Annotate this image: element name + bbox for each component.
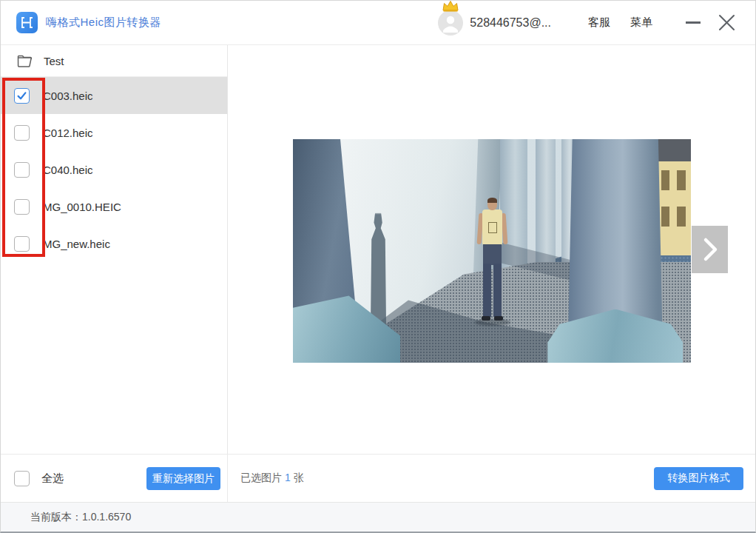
app-title: 嗨格式Heic图片转换器 (46, 16, 161, 30)
selected-count-number: 1 (285, 472, 291, 483)
file-checkbox[interactable] (14, 125, 30, 141)
menu-button[interactable]: 菜单 (630, 16, 652, 30)
close-icon (718, 14, 735, 31)
app-window: 嗨格式Heic图片转换器 528446753@... 客服 菜单 (0, 0, 756, 533)
file-row[interactable]: MG_0010.HEIC (1, 188, 227, 225)
chevron-right-icon (701, 237, 719, 262)
photo-art-person-ground-shadow (475, 319, 510, 326)
folder-header[interactable]: Test (1, 45, 227, 77)
file-checkbox[interactable] (14, 162, 30, 178)
file-name: MG_0010.HEIC (43, 201, 121, 213)
photo-art-person (473, 198, 512, 326)
checkmark-icon (16, 90, 27, 101)
select-all-checkbox[interactable] (14, 471, 30, 486)
selected-count-prefix: 已选图片 (240, 472, 282, 483)
photo-art-window (661, 170, 670, 190)
file-list-panel: Test C003.heic C012.heic C040.heic MG_00… (1, 45, 228, 454)
photo-art-person-hair (487, 198, 497, 203)
version-text: 当前版本：1.0.1.6570 (30, 511, 131, 524)
file-name: C012.heic (43, 127, 93, 139)
reselect-images-button[interactable]: 重新选择图片 (146, 467, 220, 490)
convert-format-button[interactable]: 转换图片格式 (654, 467, 743, 490)
h-glyph-icon (21, 16, 33, 29)
file-name: MG_new.heic (43, 238, 110, 250)
status-bar: 当前版本：1.0.1.6570 (1, 502, 755, 532)
file-checkbox[interactable] (14, 199, 30, 215)
file-checkbox[interactable] (14, 236, 30, 252)
file-row[interactable]: C040.heic (1, 151, 227, 188)
user-avatar[interactable] (438, 10, 463, 36)
app-logo-icon (16, 12, 38, 33)
customer-service-button[interactable]: 客服 (588, 16, 610, 30)
file-row[interactable]: C003.heic (1, 77, 227, 114)
photo-art-window (661, 207, 670, 227)
file-row[interactable]: C012.heic (1, 114, 227, 151)
account-section[interactable]: 528446753@... (438, 10, 551, 36)
account-email[interactable]: 528446753@... (470, 16, 551, 30)
photo-art-person-shoe (494, 316, 503, 321)
select-all-label: 全选 (41, 472, 64, 486)
photo-art-person-leg (493, 264, 502, 317)
minimize-button[interactable] (684, 14, 702, 32)
photo-art-person-leg (483, 264, 491, 317)
photo-art-person-shirt-print (488, 222, 497, 233)
close-button[interactable] (716, 13, 737, 33)
preview-panel (228, 45, 756, 454)
action-bar-left: 全选 重新选择图片 (1, 455, 228, 502)
folder-name: Test (44, 55, 64, 67)
photo-art-person-shoe (482, 316, 490, 321)
action-bar: 全选 重新选择图片 已选图片1张 转换图片格式 (1, 454, 755, 502)
photo-art-window (677, 207, 686, 227)
photo-art-person-hips (483, 244, 502, 265)
next-image-button[interactable] (692, 226, 728, 273)
selected-count-text: 已选图片1张 (240, 472, 304, 485)
title-bar: 嗨格式Heic图片转换器 528446753@... 客服 菜单 (1, 1, 755, 45)
preview-image (293, 139, 691, 363)
selected-count-suffix: 张 (294, 472, 304, 483)
minimize-icon (686, 21, 701, 24)
file-checkbox[interactable] (14, 88, 30, 104)
crown-icon (441, 0, 460, 13)
photo-art-window (677, 170, 686, 190)
folder-icon (17, 55, 33, 67)
file-name: C003.heic (43, 90, 93, 102)
file-row[interactable]: MG_new.heic (1, 225, 227, 262)
action-bar-right: 已选图片1张 转换图片格式 (228, 455, 755, 502)
file-name: C040.heic (43, 164, 93, 176)
person-silhouette-icon (438, 10, 463, 36)
